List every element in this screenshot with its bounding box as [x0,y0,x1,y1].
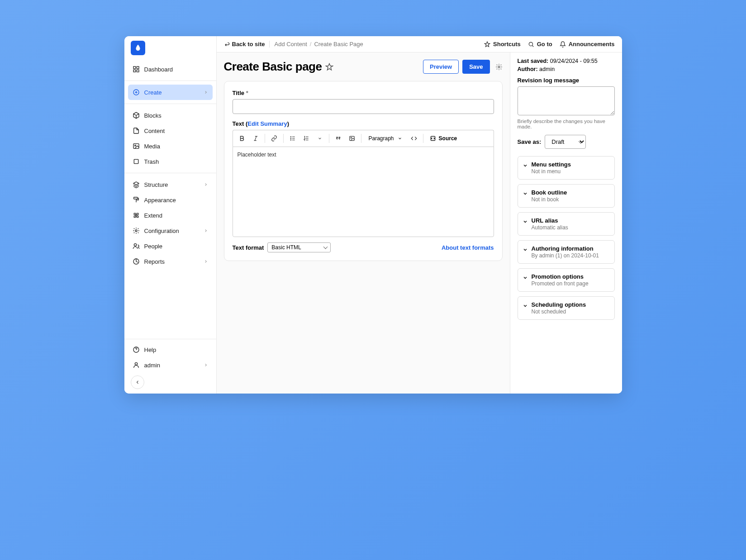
svg-rect-3 [137,70,139,72]
accordion-subtitle: Promoted on front page [532,280,589,287]
accordion-authoring-info[interactable]: Authoring information By admin (1) on 20… [518,240,615,264]
save-button[interactable]: Save [462,60,489,74]
text-label-row: Text (Edit Summary) [233,120,494,127]
text-format-row: Text format Basic HTML About text format… [233,242,494,252]
accordion-promotion-options[interactable]: Promotion options Promoted on front page [518,268,615,292]
app-window: Dashboard Create Blocks Content Media [124,36,622,394]
author: Author: admin [518,66,615,72]
sidebar-item-extend[interactable]: Extend [128,208,213,223]
chevron-down-icon [523,247,528,252]
accordion-url-alias[interactable]: URL alias Automatic alias [518,212,615,236]
preview-button[interactable]: Preview [423,60,459,74]
nav-group-create: Create [124,83,216,102]
source-button[interactable]: Source [426,133,461,143]
sidebar-item-dashboard[interactable]: Dashboard [128,62,213,77]
breadcrumb-item[interactable]: Create Basic Page [314,41,363,47]
sidebar-item-reports[interactable]: Reports [128,254,213,269]
grid-icon [133,66,140,73]
svg-rect-8 [133,197,137,199]
sidebar-item-configuration[interactable]: Configuration [128,223,213,238]
numbered-list-button[interactable] [300,132,313,145]
accordion-subtitle: Not in menu [532,168,571,175]
chevron-down-icon [523,275,528,280]
paragraph-dropdown[interactable]: Paragraph [364,133,407,143]
layers-icon [133,181,140,188]
chevron-right-icon [204,259,208,264]
settings-gear-icon[interactable] [495,63,503,71]
svg-point-6 [134,145,136,146]
save-as-select[interactable]: Draft [545,135,586,149]
divider [124,104,216,104]
sidebar-item-media[interactable]: Media [128,138,213,154]
shortcuts-label: Shortcuts [493,41,521,47]
revision-log-textarea[interactable] [518,86,615,115]
code-button[interactable] [408,132,420,145]
accordion-title: URL alias [532,217,568,224]
sidebar-item-help[interactable]: Help [128,342,213,357]
sidebar-label: Configuration [144,228,179,234]
drupal-logo[interactable] [131,41,145,55]
rte-editor[interactable]: Placeholder text [233,147,494,237]
image-button[interactable] [346,132,358,145]
sidebar-label: Dashboard [144,66,173,73]
shortcuts-button[interactable]: Shortcuts [484,41,521,47]
back-to-site-link[interactable]: Back to site [224,41,270,47]
accordion-menu-settings[interactable]: Menu settings Not in menu [518,156,615,180]
accordion-title: Authoring information [532,245,599,252]
favorite-star-icon[interactable] [325,63,333,71]
blockquote-button[interactable] [332,132,345,145]
breadcrumb-item[interactable]: Add Content [274,41,307,47]
sidebar-item-create[interactable]: Create [128,85,213,100]
sidebar-item-appearance[interactable]: Appearance [128,192,213,208]
nav-group-1: Dashboard [124,60,216,79]
breadcrumb-separator: / [310,41,312,47]
accordion-book-outline[interactable]: Book outline Not in book [518,184,615,208]
text-format-select[interactable]: Basic HTML [267,242,331,252]
file-icon [133,127,140,134]
svg-point-18 [290,140,291,140]
edit-summary-link[interactable]: Edit Summary [247,120,287,127]
italic-button[interactable] [249,132,262,145]
collapse-sidebar-button[interactable] [131,375,144,389]
sidebar-label: admin [144,362,160,369]
bold-button[interactable] [236,132,248,145]
svg-rect-1 [137,66,139,69]
toolbar-separator [423,134,423,143]
goto-button[interactable]: Go to [528,41,552,47]
chevron-down-icon [523,303,528,308]
svg-rect-7 [134,159,138,163]
announcements-button[interactable]: Announcements [560,41,615,47]
goto-label: Go to [537,41,552,47]
save-as-row: Save as: Draft [518,135,615,149]
link-button[interactable] [268,132,280,145]
sidebar-item-admin[interactable]: admin [128,357,213,373]
svg-point-10 [134,244,136,246]
bullet-list-button[interactable] [286,132,299,145]
form-card: Title * Text (Edit Summary) [224,81,503,261]
announcements-label: Announcements [569,41,615,47]
text-format-label: Text format [233,244,264,251]
accordion-title: Book outline [532,189,567,196]
accordion-scheduling-options[interactable]: Scheduling options Not scheduled [518,296,615,320]
sidebar-item-blocks[interactable]: Blocks [128,108,213,123]
chevron-right-icon [204,90,208,95]
title-input[interactable] [233,99,494,114]
accordion-subtitle: Not scheduled [532,308,586,315]
meta-column: Last saved: 09/24/2024 - 09:55 Author: a… [510,52,622,394]
sidebar-item-content[interactable]: Content [128,123,213,138]
svg-point-16 [290,137,291,137]
chevron-down-icon [523,163,528,168]
toolbar-separator [361,134,361,143]
sidebar-item-trash[interactable]: Trash [128,154,213,169]
list-dropdown-button[interactable] [314,132,326,145]
logo-container [124,36,216,60]
svg-point-9 [135,230,137,232]
toolbar-separator [265,134,265,143]
sidebar-item-people[interactable]: People [128,238,213,254]
about-text-formats-link[interactable]: About text formats [442,244,494,251]
svg-rect-0 [133,66,136,69]
sidebar-label: People [144,243,162,250]
accordion-subtitle: Automatic alias [532,224,568,231]
sidebar-item-structure[interactable]: Structure [128,177,213,192]
text-format-select-wrap: Basic HTML [267,242,331,252]
